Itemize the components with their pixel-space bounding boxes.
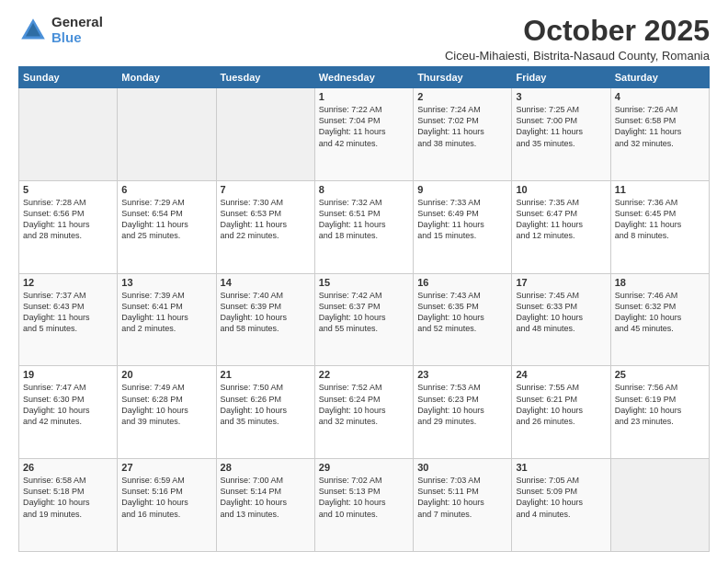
day-number: 6	[121, 184, 211, 195]
day-number: 24	[516, 369, 606, 380]
calendar-cell: 16Sunrise: 7:43 AM Sunset: 6:35 PM Dayli…	[414, 273, 512, 366]
calendar-cell: 9Sunrise: 7:33 AM Sunset: 6:49 PM Daylig…	[414, 180, 512, 273]
calendar-day-header: Thursday	[414, 67, 512, 88]
calendar-cell: 23Sunrise: 7:53 AM Sunset: 6:23 PM Dayli…	[414, 366, 512, 459]
day-number: 23	[417, 369, 507, 380]
day-number: 8	[319, 184, 409, 195]
day-info: Sunrise: 7:25 AM Sunset: 7:00 PM Dayligh…	[516, 104, 606, 149]
day-info: Sunrise: 7:30 AM Sunset: 6:53 PM Dayligh…	[221, 197, 311, 242]
header: General Blue October 2025 Ciceu-Mihaiest…	[18, 15, 710, 63]
calendar-cell: 29Sunrise: 7:02 AM Sunset: 5:13 PM Dayli…	[314, 459, 413, 552]
calendar-day-header: Sunday	[19, 67, 118, 88]
day-info: Sunrise: 7:45 AM Sunset: 6:33 PM Dayligh…	[516, 290, 606, 335]
day-number: 30	[417, 462, 507, 473]
calendar-cell: 10Sunrise: 7:35 AM Sunset: 6:47 PM Dayli…	[512, 180, 610, 273]
day-info: Sunrise: 7:40 AM Sunset: 6:39 PM Dayligh…	[221, 290, 311, 335]
calendar-day-header: Monday	[118, 67, 216, 88]
logo-blue: Blue	[51, 30, 103, 46]
calendar-cell	[216, 88, 314, 181]
logo: General Blue	[18, 15, 103, 45]
day-number: 16	[417, 277, 507, 288]
day-info: Sunrise: 6:58 AM Sunset: 5:18 PM Dayligh…	[23, 475, 113, 520]
day-number: 1	[319, 91, 409, 102]
day-info: Sunrise: 7:37 AM Sunset: 6:43 PM Dayligh…	[23, 290, 113, 335]
calendar-week-row: 1Sunrise: 7:22 AM Sunset: 7:04 PM Daylig…	[19, 88, 710, 181]
day-number: 13	[121, 277, 211, 288]
calendar-week-row: 5Sunrise: 7:28 AM Sunset: 6:56 PM Daylig…	[19, 180, 710, 273]
calendar-day-header: Saturday	[610, 67, 709, 88]
day-info: Sunrise: 7:52 AM Sunset: 6:24 PM Dayligh…	[319, 382, 409, 427]
day-number: 12	[23, 277, 113, 288]
day-info: Sunrise: 7:24 AM Sunset: 7:02 PM Dayligh…	[417, 104, 507, 149]
calendar-cell: 4Sunrise: 7:26 AM Sunset: 6:58 PM Daylig…	[610, 88, 709, 181]
calendar-week-row: 12Sunrise: 7:37 AM Sunset: 6:43 PM Dayli…	[19, 273, 710, 366]
calendar-cell: 8Sunrise: 7:32 AM Sunset: 6:51 PM Daylig…	[314, 180, 413, 273]
calendar-cell: 3Sunrise: 7:25 AM Sunset: 7:00 PM Daylig…	[512, 88, 610, 181]
calendar-cell: 18Sunrise: 7:46 AM Sunset: 6:32 PM Dayli…	[610, 273, 709, 366]
day-info: Sunrise: 7:33 AM Sunset: 6:49 PM Dayligh…	[417, 197, 507, 242]
day-info: Sunrise: 7:22 AM Sunset: 7:04 PM Dayligh…	[319, 104, 409, 149]
calendar-cell: 1Sunrise: 7:22 AM Sunset: 7:04 PM Daylig…	[314, 88, 413, 181]
day-number: 2	[417, 91, 507, 102]
calendar-cell: 21Sunrise: 7:50 AM Sunset: 6:26 PM Dayli…	[216, 366, 314, 459]
day-info: Sunrise: 7:35 AM Sunset: 6:47 PM Dayligh…	[516, 197, 606, 242]
calendar-cell: 30Sunrise: 7:03 AM Sunset: 5:11 PM Dayli…	[414, 459, 512, 552]
calendar-cell: 13Sunrise: 7:39 AM Sunset: 6:41 PM Dayli…	[118, 273, 216, 366]
calendar-day-header: Friday	[512, 67, 610, 88]
day-number: 10	[516, 184, 606, 195]
day-info: Sunrise: 7:29 AM Sunset: 6:54 PM Dayligh…	[121, 197, 211, 242]
calendar-cell: 7Sunrise: 7:30 AM Sunset: 6:53 PM Daylig…	[216, 180, 314, 273]
calendar-cell: 12Sunrise: 7:37 AM Sunset: 6:43 PM Dayli…	[19, 273, 118, 366]
day-info: Sunrise: 7:03 AM Sunset: 5:11 PM Dayligh…	[417, 475, 507, 520]
calendar-cell: 2Sunrise: 7:24 AM Sunset: 7:02 PM Daylig…	[414, 88, 512, 181]
day-info: Sunrise: 7:53 AM Sunset: 6:23 PM Dayligh…	[417, 382, 507, 427]
day-info: Sunrise: 7:36 AM Sunset: 6:45 PM Dayligh…	[615, 197, 705, 242]
day-number: 21	[221, 369, 311, 380]
calendar-cell: 25Sunrise: 7:56 AM Sunset: 6:19 PM Dayli…	[610, 366, 709, 459]
day-info: Sunrise: 7:55 AM Sunset: 6:21 PM Dayligh…	[516, 382, 606, 427]
day-number: 19	[23, 369, 113, 380]
calendar-week-row: 19Sunrise: 7:47 AM Sunset: 6:30 PM Dayli…	[19, 366, 710, 459]
title-block: October 2025 Ciceu-Mihaiesti, Bistrita-N…	[445, 15, 710, 63]
day-number: 26	[23, 462, 113, 473]
day-info: Sunrise: 7:49 AM Sunset: 6:28 PM Dayligh…	[121, 382, 211, 427]
logo-icon	[18, 16, 48, 45]
calendar-cell: 26Sunrise: 6:58 AM Sunset: 5:18 PM Dayli…	[19, 459, 118, 552]
day-number: 4	[615, 91, 705, 102]
calendar-cell: 5Sunrise: 7:28 AM Sunset: 6:56 PM Daylig…	[19, 180, 118, 273]
calendar-cell: 24Sunrise: 7:55 AM Sunset: 6:21 PM Dayli…	[512, 366, 610, 459]
day-number: 27	[121, 462, 211, 473]
day-info: Sunrise: 7:26 AM Sunset: 6:58 PM Dayligh…	[615, 104, 705, 149]
day-info: Sunrise: 7:39 AM Sunset: 6:41 PM Dayligh…	[121, 290, 211, 335]
day-info: Sunrise: 7:42 AM Sunset: 6:37 PM Dayligh…	[319, 290, 409, 335]
calendar: SundayMondayTuesdayWednesdayThursdayFrid…	[18, 66, 710, 552]
calendar-day-header: Tuesday	[216, 67, 314, 88]
day-info: Sunrise: 6:59 AM Sunset: 5:16 PM Dayligh…	[121, 475, 211, 520]
calendar-cell	[19, 88, 118, 181]
day-number: 20	[121, 369, 211, 380]
calendar-cell: 6Sunrise: 7:29 AM Sunset: 6:54 PM Daylig…	[118, 180, 216, 273]
day-number: 18	[615, 277, 705, 288]
day-number: 31	[516, 462, 606, 473]
day-number: 3	[516, 91, 606, 102]
day-number: 7	[221, 184, 311, 195]
day-number: 9	[417, 184, 507, 195]
day-info: Sunrise: 7:46 AM Sunset: 6:32 PM Dayligh…	[615, 290, 705, 335]
day-info: Sunrise: 7:32 AM Sunset: 6:51 PM Dayligh…	[319, 197, 409, 242]
calendar-cell: 22Sunrise: 7:52 AM Sunset: 6:24 PM Dayli…	[314, 366, 413, 459]
day-number: 15	[319, 277, 409, 288]
main-title: October 2025	[445, 15, 710, 47]
day-info: Sunrise: 7:43 AM Sunset: 6:35 PM Dayligh…	[417, 290, 507, 335]
calendar-day-header: Wednesday	[314, 67, 413, 88]
calendar-cell: 14Sunrise: 7:40 AM Sunset: 6:39 PM Dayli…	[216, 273, 314, 366]
day-number: 11	[615, 184, 705, 195]
day-info: Sunrise: 7:56 AM Sunset: 6:19 PM Dayligh…	[615, 382, 705, 427]
page: General Blue October 2025 Ciceu-Mihaiest…	[0, 0, 728, 563]
day-number: 29	[319, 462, 409, 473]
day-number: 5	[23, 184, 113, 195]
day-info: Sunrise: 7:28 AM Sunset: 6:56 PM Dayligh…	[23, 197, 113, 242]
day-number: 22	[319, 369, 409, 380]
day-info: Sunrise: 7:00 AM Sunset: 5:14 PM Dayligh…	[221, 475, 311, 520]
calendar-cell: 28Sunrise: 7:00 AM Sunset: 5:14 PM Dayli…	[216, 459, 314, 552]
logo-text: General Blue	[51, 15, 103, 45]
